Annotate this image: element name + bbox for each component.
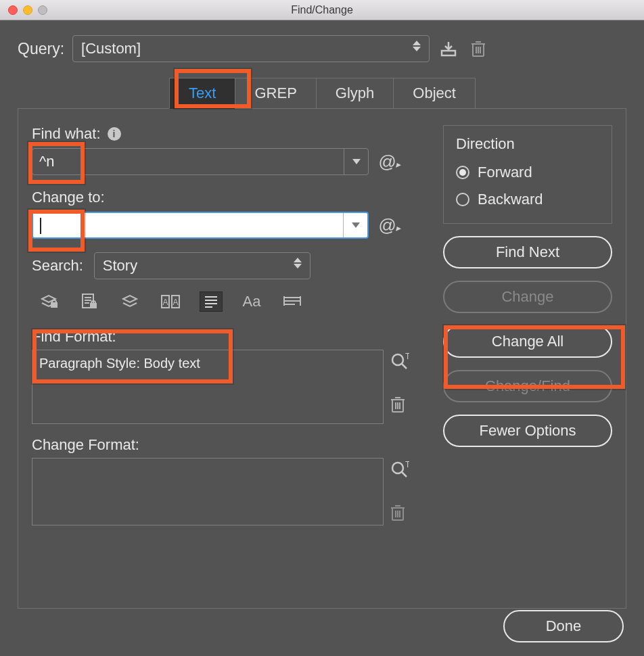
change-button[interactable]: Change xyxy=(443,281,612,313)
done-button[interactable]: Done xyxy=(503,610,624,642)
special-chars-find-button[interactable]: @▸ xyxy=(378,151,400,172)
change-all-button[interactable]: Change All xyxy=(443,325,612,358)
svg-text:A: A xyxy=(172,298,178,307)
tab-glyph[interactable]: Glyph xyxy=(316,78,394,109)
trash-icon xyxy=(471,40,486,57)
svg-text:T: T xyxy=(405,461,409,469)
find-format-block: Find Format: Paragraph Style: Body text … xyxy=(32,328,427,424)
direction-title: Direction xyxy=(456,135,599,153)
save-query-button[interactable] xyxy=(438,38,459,60)
find-what-dropdown[interactable] xyxy=(344,149,368,174)
footnotes-icon xyxy=(203,294,219,309)
search-label: Search: xyxy=(32,257,83,275)
chevron-down-icon xyxy=(352,222,360,228)
query-select[interactable]: [Custom] xyxy=(72,35,430,62)
find-what-input[interactable]: ^n xyxy=(32,148,369,175)
direction-group: Direction Forward Backward xyxy=(443,125,612,224)
svg-rect-2 xyxy=(51,302,58,308)
direction-backward-radio[interactable]: Backward xyxy=(456,191,599,208)
specify-format-icon: T xyxy=(390,461,409,478)
svg-text:T: T xyxy=(405,352,409,361)
change-to-input[interactable] xyxy=(32,212,369,239)
find-what-value: ^n xyxy=(32,153,344,170)
chevron-down-icon xyxy=(352,159,361,164)
main-panel: Find what: i ^n @▸ Change to: xyxy=(18,108,626,609)
whole-word-icon xyxy=(283,295,302,308)
direction-backward-label: Backward xyxy=(478,191,543,208)
specify-format-icon: T xyxy=(390,352,409,370)
tab-grep[interactable]: GREP xyxy=(235,78,316,109)
find-what-label: Find what: xyxy=(32,125,101,143)
case-sensitive-toggle[interactable]: Aa xyxy=(240,291,263,312)
fewer-options-button[interactable]: Fewer Options xyxy=(443,415,612,447)
clear-find-format-button[interactable] xyxy=(390,396,409,413)
find-format-label: Find Format: xyxy=(32,328,427,346)
change-to-dropdown[interactable] xyxy=(343,213,367,237)
specify-find-format-button[interactable]: T xyxy=(390,352,409,370)
query-value: [Custom] xyxy=(81,40,141,57)
change-format-label: Change Format: xyxy=(32,436,427,454)
clear-change-format-button[interactable] xyxy=(390,504,409,521)
find-format-box[interactable]: Paragraph Style: Body text xyxy=(32,350,384,424)
case-sensitive-icon: Aa xyxy=(243,293,261,310)
titlebar: Find/Change xyxy=(0,0,644,20)
svg-text:A: A xyxy=(162,298,168,307)
query-label: Query: xyxy=(18,40,64,58)
search-options-row: A A Aa xyxy=(32,291,427,312)
search-scope-value: Story xyxy=(103,257,137,275)
special-chars-change-button[interactable]: @▸ xyxy=(378,215,400,236)
change-find-button[interactable]: Change/Find xyxy=(443,370,612,402)
trash-icon xyxy=(390,396,405,413)
direction-forward-radio[interactable]: Forward xyxy=(456,164,599,181)
chevron-updown-icon xyxy=(413,47,421,51)
trash-icon xyxy=(390,504,405,521)
footer: Done xyxy=(503,610,624,642)
search-scope-select[interactable]: Story xyxy=(94,252,310,279)
tab-strip: Text GREP Glyph Object xyxy=(18,78,626,109)
include-locked-layers-toggle[interactable] xyxy=(37,291,60,312)
change-to-block: Change to: @▸ xyxy=(32,189,427,239)
find-next-button[interactable]: Find Next xyxy=(443,236,612,268)
info-icon[interactable]: i xyxy=(108,127,121,141)
change-format-block: Change Format: T xyxy=(32,436,427,525)
svg-rect-4 xyxy=(90,303,97,308)
change-to-label: Change to: xyxy=(32,189,105,206)
hidden-layers-icon xyxy=(120,294,139,309)
locked-stories-icon xyxy=(80,293,98,310)
radio-checked-icon xyxy=(456,166,469,179)
save-query-icon xyxy=(440,41,457,57)
radio-unchecked-icon xyxy=(456,193,469,206)
search-scope-row: Search: Story xyxy=(32,252,427,279)
find-what-block: Find what: i ^n @▸ xyxy=(32,125,427,175)
change-format-box[interactable] xyxy=(32,458,384,525)
tab-text[interactable]: Text xyxy=(169,78,235,109)
query-row: Query: [Custom] xyxy=(18,35,626,62)
locked-layers-icon xyxy=(39,294,58,310)
include-locked-stories-toggle[interactable] xyxy=(78,291,101,312)
master-pages-icon: A A xyxy=(160,294,181,310)
find-format-value: Paragraph Style: Body text xyxy=(39,356,200,371)
include-master-pages-toggle[interactable]: A A xyxy=(159,291,182,312)
delete-query-button[interactable] xyxy=(467,38,489,60)
svg-point-12 xyxy=(392,463,403,473)
whole-word-toggle[interactable] xyxy=(281,291,304,312)
direction-forward-label: Forward xyxy=(478,164,532,181)
chevron-updown-icon xyxy=(294,264,302,268)
change-to-value xyxy=(33,216,343,234)
svg-point-9 xyxy=(392,354,403,365)
specify-change-format-button[interactable]: T xyxy=(390,461,409,478)
include-hidden-layers-toggle[interactable] xyxy=(118,291,141,312)
svg-rect-0 xyxy=(442,51,455,55)
include-footnotes-toggle[interactable] xyxy=(200,291,223,312)
window-title: Find/Change xyxy=(0,4,644,16)
tab-object[interactable]: Object xyxy=(393,78,476,109)
